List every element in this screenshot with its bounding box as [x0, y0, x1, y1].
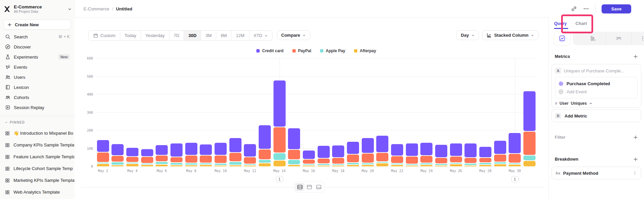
bar-segment-paypal[interactable]: [185, 156, 197, 163]
bar-may-29[interactable]: [493, 141, 508, 166]
bar-segment-paypal[interactable]: [523, 132, 536, 155]
bar-may-12[interactable]: [243, 144, 258, 166]
bar-segment-afterpay[interactable]: [259, 163, 271, 166]
layout-option-split-horizontal[interactable]: [295, 183, 304, 191]
compare-button[interactable]: Compare: [277, 30, 310, 40]
bar-segment-credit-card[interactable]: [435, 145, 447, 157]
bar-segment-apple-pay[interactable]: [244, 164, 256, 165]
bar-segment-paypal[interactable]: [200, 156, 212, 163]
bar-segment-apple-pay[interactable]: [288, 160, 300, 164]
bar-segment-afterpay[interactable]: [435, 166, 447, 166]
bar-segment-apple-pay[interactable]: [332, 164, 344, 165]
metric-a-title-row[interactable]: A Uniques of Purchase Comple...: [555, 68, 638, 74]
save-button[interactable]: Save: [602, 4, 631, 13]
pinned-section-toggle[interactable]: PINNED: [5, 121, 25, 124]
bar-segment-paypal[interactable]: [141, 157, 153, 163]
bar-may-11[interactable]: [228, 138, 243, 166]
more-options-icon[interactable]: [583, 6, 589, 12]
metric-b-add-card[interactable]: B Add Metric: [551, 109, 641, 122]
bar-segment-apple-pay[interactable]: [376, 162, 388, 163]
bar-segment-paypal[interactable]: [406, 157, 418, 163]
bar-segment-credit-card[interactable]: [244, 144, 256, 157]
bar-segment-afterpay[interactable]: [347, 165, 359, 166]
pinned-board-item[interactable]: Marketing KPIs Sample Templat: [0, 174, 74, 186]
bar-segment-paypal[interactable]: [273, 127, 286, 153]
bar-segment-credit-card[interactable]: [494, 141, 506, 154]
bar-segment-afterpay[interactable]: [288, 165, 300, 166]
bar-segment-apple-pay[interactable]: [97, 163, 109, 163]
bar-segment-apple-pay[interactable]: [347, 163, 359, 164]
bar-segment-paypal[interactable]: [244, 157, 256, 164]
bar-segment-credit-card[interactable]: [141, 149, 153, 156]
bar-segment-afterpay[interactable]: [420, 165, 432, 166]
bar-segment-apple-pay[interactable]: [318, 164, 330, 165]
bar-segment-apple-pay[interactable]: [156, 162, 168, 164]
sidebar-item-search[interactable]: Search⌘ + K: [0, 32, 74, 42]
breadcrumb-project[interactable]: E-Commerce: [84, 6, 109, 11]
bar-segment-credit-card[interactable]: [318, 146, 330, 158]
bar-segment-credit-card[interactable]: [156, 145, 168, 155]
bar-may-21[interactable]: [375, 136, 390, 166]
bar-segment-credit-card[interactable]: [303, 151, 315, 159]
bar-segment-credit-card[interactable]: [362, 138, 374, 153]
bar-segment-afterpay[interactable]: [376, 163, 388, 166]
bar-segment-paypal[interactable]: [215, 156, 227, 163]
bar-segment-paypal[interactable]: [229, 153, 242, 161]
date-range-xtd[interactable]: XTD: [249, 31, 272, 40]
bar-segment-credit-card[interactable]: [391, 144, 403, 156]
sidebar-item-users[interactable]: Users: [0, 72, 74, 82]
bar-segment-afterpay[interactable]: [318, 166, 330, 166]
bar-segment-apple-pay[interactable]: [362, 163, 374, 164]
pinned-board-item[interactable]: 👋 Introduction to Mixpanel Bo: [0, 127, 74, 139]
bar-segment-apple-pay[interactable]: [141, 164, 153, 164]
bar-may-22[interactable]: [390, 144, 405, 166]
bar-may-6[interactable]: [155, 145, 169, 166]
bar-segment-paypal[interactable]: [288, 150, 300, 159]
bar-segment-afterpay[interactable]: [391, 165, 403, 166]
bar-segment-afterpay[interactable]: [450, 164, 462, 166]
bar-segment-afterpay[interactable]: [126, 164, 138, 166]
bar-segment-afterpay[interactable]: [200, 165, 212, 166]
bar-segment-apple-pay[interactable]: [215, 164, 227, 165]
date-range-yesterday[interactable]: Yesterday: [141, 31, 169, 40]
bar-segment-paypal[interactable]: [494, 155, 506, 162]
bar-segment-apple-pay[interactable]: [494, 162, 506, 164]
sidebar-item-lexicon[interactable]: Lexicon: [0, 82, 74, 92]
chart-type-button[interactable]: Stacked Column: [482, 30, 539, 40]
bar-segment-credit-card[interactable]: [376, 136, 388, 152]
layout-option-panel-bottom[interactable]: [314, 183, 323, 191]
bar-may-4[interactable]: [125, 148, 140, 166]
bar-may-25[interactable]: [434, 145, 449, 166]
bar-segment-apple-pay[interactable]: [229, 162, 242, 165]
bar-segment-credit-card[interactable]: [215, 143, 227, 155]
bar-segment-credit-card[interactable]: [97, 140, 109, 152]
bar-segment-apple-pay[interactable]: [479, 163, 491, 164]
tab-funnels[interactable]: [580, 32, 606, 45]
granularity-button[interactable]: Day: [456, 30, 479, 40]
bar-segment-credit-card[interactable]: [464, 143, 477, 157]
bar-segment-apple-pay[interactable]: [435, 164, 447, 165]
bar-segment-afterpay[interactable]: [362, 165, 374, 166]
bar-segment-afterpay[interactable]: [406, 166, 418, 166]
date-range-3m[interactable]: 3M: [201, 31, 216, 40]
bar-segment-credit-card[interactable]: [288, 128, 300, 149]
bar-segment-credit-card[interactable]: [229, 138, 242, 152]
bar-segment-apple-pay[interactable]: [391, 164, 403, 164]
bar-segment-apple-pay[interactable]: [406, 164, 418, 165]
bar-segment-paypal[interactable]: [111, 156, 124, 162]
bar-may-20[interactable]: [360, 138, 375, 166]
annotation-badge[interactable]: 1: [511, 176, 519, 182]
bar-segment-afterpay[interactable]: [509, 165, 521, 166]
bar-segment-apple-pay[interactable]: [420, 163, 432, 164]
bar-segment-credit-card[interactable]: [185, 143, 197, 155]
bar-segment-apple-pay[interactable]: [464, 164, 477, 165]
bar-segment-paypal[interactable]: [362, 154, 374, 163]
bar-may-24[interactable]: [419, 143, 434, 166]
date-range-custom[interactable]: Custom: [89, 31, 120, 40]
bar-segment-afterpay[interactable]: [156, 165, 168, 166]
bar-segment-afterpay[interactable]: [244, 166, 256, 166]
bar-segment-apple-pay[interactable]: [273, 153, 286, 160]
bar-segment-afterpay[interactable]: [332, 166, 344, 166]
bar-may-30[interactable]: [508, 133, 522, 166]
bar-segment-credit-card[interactable]: [420, 143, 432, 155]
